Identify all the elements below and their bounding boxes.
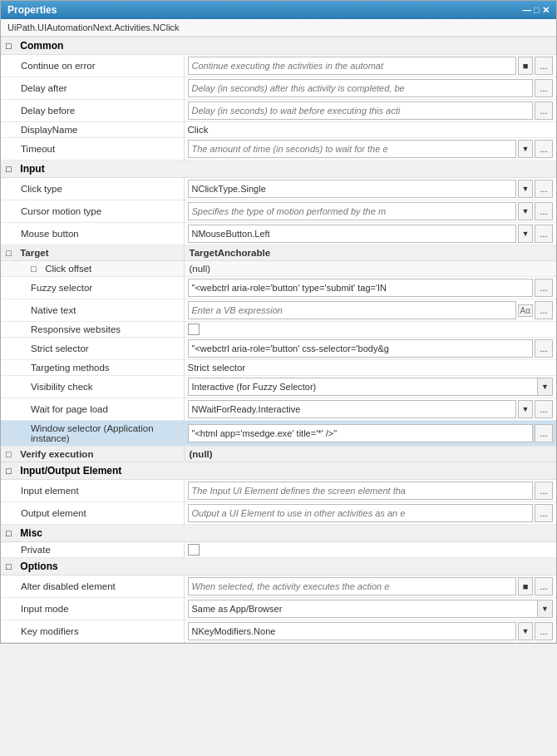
key-modifiers-input[interactable] <box>188 622 517 640</box>
window-selector-input[interactable] <box>188 424 534 442</box>
prop-value-fuzzy-selector[interactable]: ... <box>184 277 556 299</box>
click-type-input[interactable] <box>188 180 517 198</box>
row-window-selector: Window selector (Application instance) .… <box>1 421 556 447</box>
delay-after-input[interactable] <box>188 79 534 97</box>
class-name-label: UiPath.UIAutomationNext.Activities.NClic… <box>1 19 556 37</box>
prop-name-output-element: Output element <box>1 502 184 525</box>
timeout-input[interactable] <box>188 140 517 158</box>
cursor-motion-type-input[interactable] <box>188 202 517 220</box>
delay-before-ellipsis[interactable]: ... <box>535 101 553 120</box>
prop-value-wait-for-page-load[interactable]: ▼ ... <box>184 398 556 421</box>
prop-value-strict-selector[interactable]: ... <box>184 338 556 360</box>
timeout-ellipsis[interactable]: ... <box>535 140 553 158</box>
click-offset-toggle[interactable]: □ <box>31 264 42 274</box>
prop-name-delay-before: Delay before <box>1 100 184 122</box>
prop-value-private[interactable] <box>184 542 556 558</box>
cursor-motion-type-dropdown[interactable]: ▼ <box>518 202 533 220</box>
row-input-element: Input element ... <box>1 480 556 502</box>
prop-value-input-mode[interactable]: Same as App/Browser ▼ <box>184 598 556 620</box>
click-type-dropdown[interactable]: ▼ <box>518 180 533 198</box>
input-output-label: Input/Output Element <box>20 465 121 477</box>
fuzzy-selector-input[interactable] <box>188 279 534 297</box>
window-selector-ellipsis[interactable]: ... <box>535 424 553 442</box>
delay-before-input[interactable] <box>188 101 534 120</box>
common-toggle[interactable]: □ <box>6 41 17 51</box>
prop-value-targeting-methods: Strict selector <box>184 360 556 376</box>
alter-disabled-element-input[interactable] <box>188 577 517 595</box>
prop-value-responsive-websites[interactable] <box>184 322 556 338</box>
vb-icon: Aα <box>518 304 533 317</box>
prop-value-native-text[interactable]: Aα ... <box>184 299 556 322</box>
prop-name-click-type: Click type <box>1 178 184 200</box>
prop-value-alter-disabled-element[interactable]: ■ ... <box>184 576 556 598</box>
prop-value-visibility-check[interactable]: Interactive (for Fuzzy Selector) ▼ <box>184 376 556 398</box>
wait-for-page-load-dropdown[interactable]: ▼ <box>518 400 533 418</box>
prop-value-display-name: Click <box>184 122 556 138</box>
click-type-ellipsis[interactable]: ... <box>535 180 553 198</box>
mouse-button-dropdown[interactable]: ▼ <box>518 225 533 243</box>
strict-selector-input[interactable] <box>188 339 534 358</box>
prop-name-input-element: Input element <box>1 480 184 502</box>
prop-name-mouse-button: Mouse button <box>1 223 184 245</box>
click-offset-value: (null) <box>190 264 211 274</box>
wait-for-page-load-input[interactable] <box>188 400 517 418</box>
row-continue-on-error: Continue on error ■ ... <box>1 55 556 77</box>
strict-selector-ellipsis[interactable]: ... <box>535 339 553 358</box>
fuzzy-selector-ellipsis[interactable]: ... <box>535 279 553 297</box>
input-toggle[interactable]: □ <box>6 164 17 174</box>
prop-value-delay-before[interactable]: ... <box>184 100 556 122</box>
targeting-methods-value: Strict selector <box>188 363 246 373</box>
native-text-input[interactable] <box>188 301 516 319</box>
continue-on-error-checkbox[interactable]: ■ <box>518 57 533 75</box>
row-mouse-button: Mouse button ▼ ... <box>1 223 556 245</box>
row-timeout: Timeout ▼ ... <box>1 138 556 161</box>
wait-for-page-load-ellipsis[interactable]: ... <box>535 400 553 418</box>
row-delay-after: Delay after ... <box>1 77 556 100</box>
prop-value-window-selector[interactable]: ... <box>184 421 556 447</box>
output-element-ellipsis[interactable]: ... <box>535 504 553 522</box>
input-mode-arrow[interactable]: ▼ <box>537 600 552 617</box>
prop-value-output-element[interactable]: ... <box>184 502 556 525</box>
prop-value-timeout[interactable]: ▼ ... <box>184 138 556 161</box>
row-native-text: Native text Aα ... <box>1 299 556 322</box>
verify-execution-label: Verify execution <box>20 449 93 459</box>
visibility-check-dropdown[interactable]: Interactive (for Fuzzy Selector) ▼ <box>188 378 554 396</box>
input-element-input[interactable] <box>188 482 534 500</box>
output-element-input[interactable] <box>188 504 534 522</box>
prop-name-window-selector: Window selector (Application instance) <box>1 421 184 447</box>
alter-disabled-checkbox[interactable]: ■ <box>518 577 533 595</box>
panel-close-button[interactable]: — □ ✕ <box>522 5 550 16</box>
input-mode-dropdown[interactable]: Same as App/Browser ▼ <box>188 600 554 618</box>
target-toggle[interactable]: □ <box>6 248 17 258</box>
mouse-button-ellipsis[interactable]: ... <box>535 225 553 243</box>
options-toggle[interactable]: □ <box>6 561 17 571</box>
prop-value-continue-on-error[interactable]: ■ ... <box>184 55 556 77</box>
delay-after-ellipsis[interactable]: ... <box>535 79 553 97</box>
row-output-element: Output element ... <box>1 502 556 525</box>
prop-name-continue-on-error: Continue on error <box>1 55 184 77</box>
prop-name-native-text: Native text <box>1 299 184 322</box>
native-text-ellipsis[interactable]: ... <box>535 301 553 319</box>
prop-value-click-type[interactable]: ▼ ... <box>184 178 556 200</box>
responsive-websites-checkbox[interactable] <box>188 324 200 335</box>
prop-value-cursor-motion-type[interactable]: ▼ ... <box>184 200 556 223</box>
prop-value-input-element[interactable]: ... <box>184 480 556 502</box>
misc-toggle[interactable]: □ <box>6 528 17 538</box>
cursor-motion-type-ellipsis[interactable]: ... <box>535 202 553 220</box>
alter-disabled-ellipsis[interactable]: ... <box>535 577 553 595</box>
timeout-dropdown[interactable]: ▼ <box>518 140 533 158</box>
panel-header: Properties — □ ✕ <box>1 1 556 19</box>
private-checkbox[interactable] <box>188 544 200 556</box>
key-modifiers-dropdown[interactable]: ▼ <box>518 622 533 640</box>
continue-on-error-ellipsis[interactable]: ... <box>535 57 553 75</box>
prop-value-mouse-button[interactable]: ▼ ... <box>184 223 556 245</box>
verify-execution-toggle[interactable]: □ <box>6 449 17 459</box>
prop-value-delay-after[interactable]: ... <box>184 77 556 100</box>
mouse-button-input[interactable] <box>188 225 517 243</box>
visibility-check-arrow[interactable]: ▼ <box>537 378 552 395</box>
input-output-toggle[interactable]: □ <box>6 466 17 476</box>
continue-on-error-input[interactable] <box>188 57 517 75</box>
input-element-ellipsis[interactable]: ... <box>535 482 553 500</box>
key-modifiers-ellipsis[interactable]: ... <box>535 622 553 640</box>
prop-value-key-modifiers[interactable]: ▼ ... <box>184 620 556 643</box>
